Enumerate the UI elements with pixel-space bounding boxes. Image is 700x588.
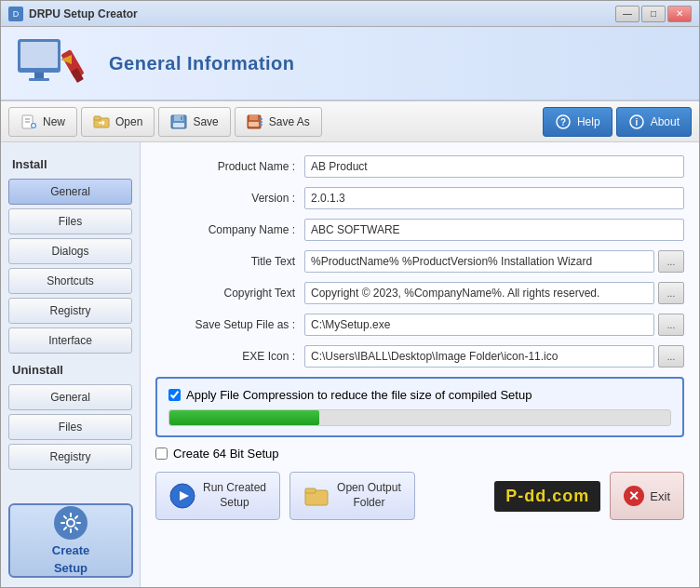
create64-row: Create 64 Bit Setup xyxy=(155,447,684,461)
svg-rect-36 xyxy=(305,488,316,493)
main-content: Install General Files Dialogs Shortcuts … xyxy=(1,142,699,587)
main-window: D DRPU Setup Creator — □ ✕ General Infor xyxy=(0,0,700,588)
help-button[interactable]: ? Help xyxy=(543,107,612,137)
save-setup-row: Save Setup File as : ... xyxy=(155,314,684,336)
company-name-label: Company Name : xyxy=(155,223,304,236)
sidebar-item-files-uninstall[interactable]: Files xyxy=(8,414,132,440)
svg-rect-1 xyxy=(20,42,58,68)
help-label: Help xyxy=(577,115,600,128)
progress-bar-container xyxy=(168,409,671,426)
open-output-folder-label: Open OutputFolder xyxy=(337,481,401,510)
title-text-field-group: ... xyxy=(304,250,684,273)
run-created-setup-label: Run CreatedSetup xyxy=(203,481,266,510)
product-name-label: Product Name : xyxy=(155,160,304,173)
exe-icon-input[interactable] xyxy=(304,345,654,368)
header-title: General Information xyxy=(109,53,295,74)
copyright-text-browse-button[interactable]: ... xyxy=(658,282,684,304)
title-text-row: Title Text ... xyxy=(155,250,684,273)
compression-checkbox[interactable] xyxy=(168,389,181,401)
version-label: Version : xyxy=(155,192,304,205)
title-text-browse-button[interactable]: ... xyxy=(658,250,684,273)
run-created-setup-button[interactable]: Run CreatedSetup xyxy=(155,472,280,520)
bottom-actions: Run CreatedSetup Open OutputFolder P-dd.… xyxy=(155,472,684,520)
product-name-input[interactable] xyxy=(304,155,684,178)
create64-label[interactable]: Create 64 Bit Setup xyxy=(173,447,278,461)
setup-label: Setup xyxy=(54,561,88,575)
copyright-text-field-group: ... xyxy=(304,282,684,304)
window-controls: — □ ✕ xyxy=(615,6,692,22)
run-setup-icon xyxy=(169,483,195,509)
open-output-folder-button[interactable]: Open OutputFolder xyxy=(289,472,415,520)
compression-label[interactable]: Apply File Compression to reduce the fil… xyxy=(186,388,532,402)
app-header: General Information xyxy=(1,27,699,101)
open-label: Open xyxy=(115,115,142,128)
copyright-text-row: Copyright Text ... xyxy=(155,282,684,304)
save-setup-field-group: ... xyxy=(304,314,684,336)
company-name-row: Company Name : xyxy=(155,219,684,241)
watermark: P-dd.com xyxy=(494,481,600,512)
about-label: About xyxy=(651,115,680,128)
sidebar-item-files-install[interactable]: Files xyxy=(8,208,132,234)
about-icon: i xyxy=(628,114,645,129)
exe-icon-field-group: ... xyxy=(304,345,684,368)
exit-button[interactable]: ✕ Exit xyxy=(610,472,684,520)
save-as-icon xyxy=(247,114,263,129)
sidebar: Install General Files Dialogs Shortcuts … xyxy=(1,142,141,587)
sidebar-item-shortcuts[interactable]: Shortcuts xyxy=(8,268,132,294)
svg-rect-21 xyxy=(181,116,182,120)
save-as-label: Save As xyxy=(269,115,310,128)
copyright-text-input[interactable] xyxy=(304,282,654,304)
content-panel: Product Name : Version : Company Name : … xyxy=(141,142,699,587)
company-name-input[interactable] xyxy=(304,219,684,241)
svg-rect-24 xyxy=(249,122,259,127)
svg-text:?: ? xyxy=(560,117,566,127)
sidebar-item-general-uninstall[interactable]: General xyxy=(8,384,132,410)
open-folder-icon xyxy=(303,483,330,509)
compression-box: Apply File Compression to reduce the fil… xyxy=(155,377,684,437)
sidebar-item-general-install[interactable]: General xyxy=(8,179,132,205)
create-label: Create xyxy=(52,543,89,557)
svg-rect-23 xyxy=(249,115,258,120)
title-bar: D DRPU Setup Creator — □ ✕ xyxy=(1,1,699,27)
create-setup-button[interactable]: Create Setup xyxy=(8,503,133,578)
sidebar-item-registry-install[interactable]: Registry xyxy=(8,298,132,324)
save-button[interactable]: Save xyxy=(158,107,230,137)
save-icon xyxy=(170,114,187,129)
svg-rect-2 xyxy=(34,73,44,78)
compression-check-row: Apply File Compression to reduce the fil… xyxy=(168,388,671,402)
copyright-text-label: Copyright Text xyxy=(155,287,304,300)
save-as-button[interactable]: Save As xyxy=(235,107,322,137)
progress-bar-fill xyxy=(169,410,319,425)
window-title: DRPU Setup Creator xyxy=(29,7,615,20)
close-button[interactable]: ✕ xyxy=(667,6,692,22)
maximize-button[interactable]: □ xyxy=(641,6,666,22)
sidebar-item-registry-uninstall[interactable]: Registry xyxy=(8,444,132,470)
new-label: New xyxy=(43,115,65,128)
svg-point-32 xyxy=(67,519,74,527)
sidebar-item-dialogs[interactable]: Dialogs xyxy=(8,238,132,264)
save-label: Save xyxy=(193,115,218,128)
app-icon: D xyxy=(8,7,23,21)
save-setup-browse-button[interactable]: ... xyxy=(658,314,684,336)
uninstall-section-label: Uninstall xyxy=(12,363,132,377)
toolbar: New Open xyxy=(1,101,699,142)
exit-label: Exit xyxy=(650,489,670,503)
about-button[interactable]: i About xyxy=(616,107,692,137)
exit-icon: ✕ xyxy=(624,486,644,506)
open-button[interactable]: Open xyxy=(81,107,155,137)
save-setup-input[interactable] xyxy=(304,314,654,336)
new-icon xyxy=(20,114,37,129)
new-button[interactable]: New xyxy=(8,107,77,137)
product-name-row: Product Name : xyxy=(155,155,684,178)
create64-checkbox[interactable] xyxy=(155,448,168,460)
save-setup-label: Save Setup File as : xyxy=(155,318,304,331)
svg-text:i: i xyxy=(635,117,638,127)
version-input[interactable] xyxy=(304,187,684,209)
create-setup-icon xyxy=(54,506,88,540)
minimize-button[interactable]: — xyxy=(615,6,639,22)
install-section-label: Install xyxy=(12,157,132,171)
exe-icon-label: EXE Icon : xyxy=(155,350,304,363)
exe-icon-browse-button[interactable]: ... xyxy=(658,345,684,368)
title-text-input[interactable] xyxy=(304,250,654,273)
sidebar-item-interface[interactable]: Interface xyxy=(8,327,132,354)
